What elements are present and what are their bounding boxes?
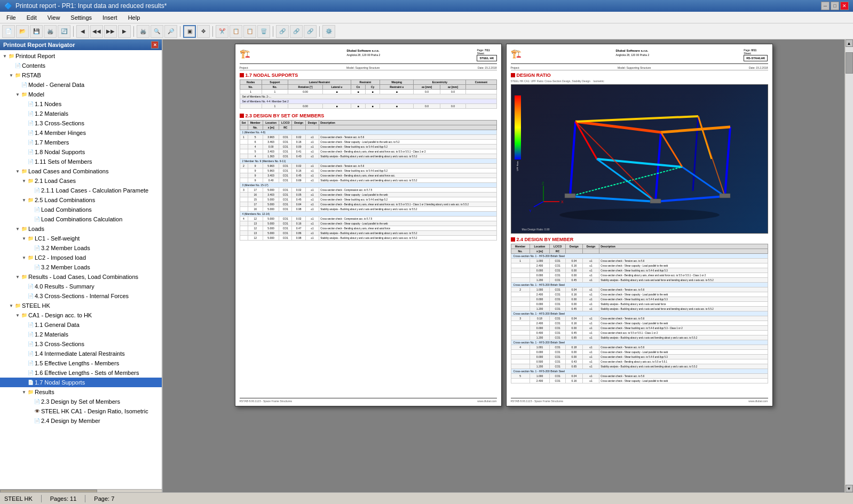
cut-btn[interactable]: ✂️: [216, 25, 228, 38]
nav-item-results-loadcases[interactable]: ▼📁Results - Load Cases, Load Combination…: [0, 272, 162, 282]
nav-item-nodal-supports-17[interactable]: 📄1.7 Nodal Supports: [0, 378, 162, 387]
document-area[interactable]: 🏗️ Dlubal Software s.r.o. Anglická 28, 1…: [163, 39, 844, 492]
maximize-button[interactable]: □: [831, 2, 839, 10]
open-btn[interactable]: 📂: [16, 25, 29, 38]
folder-icon: 📁: [21, 92, 27, 97]
nav-item-nodes-11[interactable]: 📄1.1 Nodes: [0, 99, 162, 109]
expand-icon[interactable]: ▼: [9, 303, 14, 308]
nav-item-load-combinations-calc[interactable]: 📄Load Combinations Calculation: [0, 214, 162, 224]
expand-icon[interactable]: ▼: [9, 73, 14, 78]
nav-item-lc1-selfweight[interactable]: ▼📁LC1 - Self-weight: [0, 234, 162, 243]
link3-btn[interactable]: 🔗: [304, 25, 317, 38]
scrollbar-vertical[interactable]: ▲ ▼: [844, 39, 853, 492]
nav-item-label: STEEL HK: [22, 302, 50, 309]
new-btn[interactable]: 📄: [2, 25, 15, 38]
expand-icon[interactable]: ▼: [15, 275, 20, 279]
expand-icon[interactable]: ▼: [21, 390, 27, 395]
zoom-in-btn[interactable]: 🔍: [151, 25, 163, 38]
move-btn[interactable]: ✥: [197, 25, 210, 38]
print-preview-btn[interactable]: 🖨️: [137, 25, 149, 38]
nav-fwd-btn[interactable]: ▶: [118, 25, 131, 38]
nav-item-member-loads-32-lc1[interactable]: 📄3.2 Member Loads: [0, 243, 162, 253]
paste-btn[interactable]: 📋: [243, 25, 256, 38]
navigator-close-btn[interactable]: ✕: [151, 41, 159, 49]
nav-item-cross-sections-13-hk[interactable]: 📄1.3 Cross-Sections: [0, 339, 162, 349]
nav-prev-btn[interactable]: ◀◀: [90, 25, 103, 38]
status-pages: Pages: 11: [50, 495, 77, 502]
nav-item-effective-lengths-sets[interactable]: 📄1.6 Effective Lengths - Sets of Members: [0, 368, 162, 378]
nav-item-model[interactable]: ▼📁Model: [0, 90, 162, 99]
menu-edit[interactable]: Edit: [22, 13, 41, 22]
nav-item-cross-sections-43[interactable]: 📄4.3 Cross-Sections - Internal Forces: [0, 291, 162, 301]
nav-item-label: LC1 - Self-weight: [35, 235, 80, 242]
nav-item-member-loads-32-lc2[interactable]: 📄3.2 Member Loads: [0, 262, 162, 272]
copy-btn[interactable]: 📋: [230, 25, 242, 38]
nav-item-model-general[interactable]: 📄Model - General Data: [0, 80, 162, 90]
expand-icon[interactable]: ▼: [2, 54, 7, 59]
nav-item-materials-12-hk[interactable]: 📄1.2 Materials: [0, 330, 162, 339]
menu-view[interactable]: View: [43, 13, 65, 22]
nav-item-load-cases-combinations[interactable]: ▼📁Load Cases and Combinations: [0, 166, 162, 176]
nav-item-load-cases-21[interactable]: ▼📁2.1 Load Cases: [0, 176, 162, 186]
nav-item-ca1-design[interactable]: ▼📁CA1 - Design acc. to HK: [0, 310, 162, 320]
file-icon: 📄: [28, 101, 34, 107]
nav-item-steel-hk[interactable]: ▼📁STEEL HK: [0, 301, 162, 310]
link1-btn[interactable]: 🔗: [276, 25, 289, 38]
nav-item-nodal-supports-18[interactable]: 📄1.8 Nodal Supports: [0, 147, 162, 157]
nav-back-btn[interactable]: ◀: [76, 25, 89, 38]
expand-icon[interactable]: ▼: [21, 255, 27, 260]
expand-icon[interactable]: ▼: [15, 227, 20, 231]
nav-item-general-data-11[interactable]: 📄1.1 General Data: [0, 320, 162, 330]
nav-item-lc2-imposed[interactable]: ▼📁LC2 - Imposed load: [0, 253, 162, 262]
select-btn[interactable]: ▣: [183, 25, 196, 38]
nav-item-rstab[interactable]: ▼📁RSTAB: [0, 70, 162, 80]
refresh-btn[interactable]: 🔄: [58, 25, 70, 38]
section-design-set: 2.3 DESIGN BY SET OF MEMBERS: [240, 113, 497, 118]
nav-item-loads[interactable]: ▼📁Loads: [0, 224, 162, 234]
nav-item-load-combinations-25[interactable]: ▼📁2.5 Load Combinations: [0, 195, 162, 205]
navigator-tree[interactable]: ▼📁Printout Report📄Contents▼📁RSTAB📄Model …: [0, 50, 162, 489]
menu-settings[interactable]: Settings: [66, 13, 96, 22]
nav-item-cross-sections-13[interactable]: 📄1.3 Cross-Sections: [0, 118, 162, 128]
window-controls: ─ □ ✕: [821, 2, 849, 10]
nav-item-effective-lengths[interactable]: 📄1.5 Effective Lengths - Members: [0, 358, 162, 368]
scroll-track[interactable]: [846, 47, 853, 485]
nav-item-contents[interactable]: 📄Contents: [0, 61, 162, 70]
nav-item-printout-report[interactable]: ▼📁Printout Report: [0, 51, 162, 61]
expand-icon[interactable]: ▼: [21, 236, 27, 241]
expand-icon[interactable]: ▼: [15, 92, 20, 97]
save-btn[interactable]: 💾: [30, 25, 43, 38]
nav-item-design-ratio-iso[interactable]: 👁️STEEL HK CA1 - Design Ratio, Isometric: [0, 406, 162, 416]
minimize-button[interactable]: ─: [821, 2, 830, 10]
settings2-btn[interactable]: ⚙️: [322, 25, 335, 38]
nav-item-label: Printout Report: [15, 53, 55, 59]
nav-item-materials-12[interactable]: 📄1.2 Materials: [0, 109, 162, 118]
scroll-down-btn[interactable]: ▼: [846, 485, 853, 492]
menu-help[interactable]: Help: [124, 13, 145, 22]
menu-file[interactable]: File: [2, 13, 20, 22]
nav-item-intermediate-lateral[interactable]: 📄1.4 Intermediate Lateral Restraints: [0, 349, 162, 358]
nav-item-results-hk[interactable]: ▼📁Results: [0, 387, 162, 397]
expand-icon[interactable]: ▼: [21, 179, 27, 183]
menu-insert[interactable]: Insert: [98, 13, 122, 22]
nav-item-results-40[interactable]: 📄4.0 Results - Summary: [0, 282, 162, 291]
link2-btn[interactable]: 🔗: [290, 25, 303, 38]
nav-item-load-cases-calc[interactable]: 📄2.1.1 Load Cases - Calculation Paramete: [0, 186, 162, 195]
close-button[interactable]: ✕: [840, 2, 849, 10]
expand-icon[interactable]: ▼: [15, 313, 20, 318]
delete-btn[interactable]: 🗑️: [257, 25, 270, 38]
zoom-out-btn[interactable]: 🔎: [164, 25, 177, 38]
nav-item-design-member[interactable]: 📄2.4 Design by Member: [0, 416, 162, 426]
nav-item-member-hinges-14[interactable]: 📄1.4 Member Hinges: [0, 128, 162, 138]
expand-icon[interactable]: ▼: [15, 169, 20, 174]
print-btn[interactable]: 🖨️: [44, 25, 57, 38]
folder-icon: 📁: [28, 197, 34, 203]
nav-item-load-combinations[interactable]: 📄Load Combinations: [0, 205, 162, 214]
scroll-thumb[interactable]: [846, 52, 853, 74]
expand-icon[interactable]: ▼: [21, 198, 27, 203]
scroll-up-btn[interactable]: ▲: [846, 39, 853, 47]
nav-item-sets-members-111[interactable]: 📄1.11 Sets of Members: [0, 157, 162, 166]
nav-item-members-17[interactable]: 📄1.7 Members: [0, 138, 162, 147]
nav-item-design-set[interactable]: 📄2.3 Design by Set of Members: [0, 397, 162, 406]
nav-next-btn[interactable]: ▶▶: [104, 25, 117, 38]
